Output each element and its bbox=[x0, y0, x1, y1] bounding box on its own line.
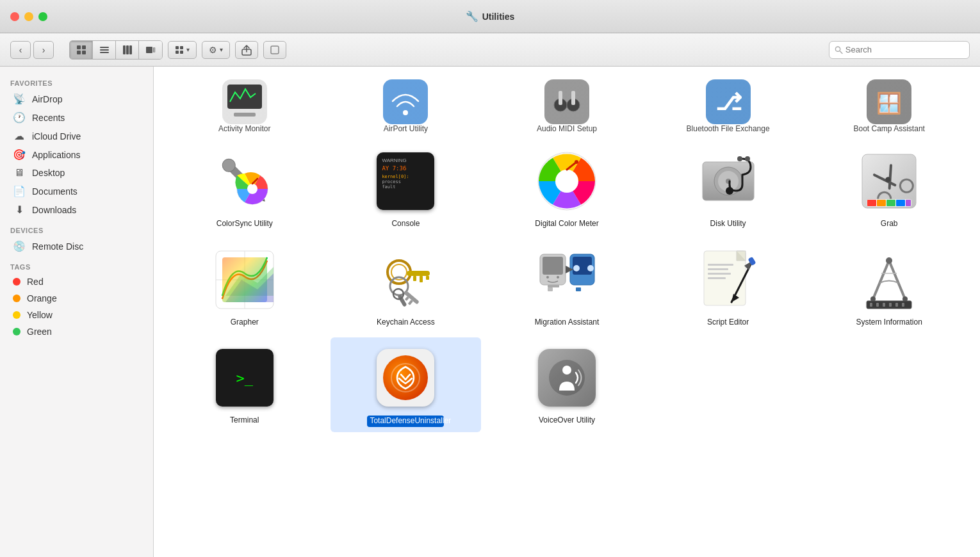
list-item[interactable]: AirPort Utility bbox=[331, 77, 482, 136]
list-item[interactable]: Activity Monitor bbox=[169, 77, 320, 136]
list-item[interactable]: TotalDefenseUninstaller bbox=[331, 337, 482, 432]
back-button[interactable]: ‹ bbox=[10, 41, 31, 59]
list-item[interactable]: Script Editor bbox=[653, 239, 804, 333]
svg-rect-109 bbox=[876, 303, 879, 307]
colorsync-utility-icon bbox=[209, 146, 280, 216]
svg-rect-13 bbox=[176, 46, 179, 49]
list-item[interactable]: Grapher bbox=[169, 239, 320, 333]
migration-assistant-icon bbox=[532, 245, 602, 315]
minimize-button[interactable] bbox=[24, 12, 33, 21]
window-title: 🔧 Utilities bbox=[466, 10, 515, 22]
view-icon-button[interactable] bbox=[70, 41, 93, 59]
arrange-button[interactable]: ▾ bbox=[168, 41, 197, 59]
sidebar-item-tag-orange[interactable]: Orange bbox=[3, 290, 151, 307]
sidebar-item-remote-disc[interactable]: 💿 Remote Disc bbox=[3, 237, 151, 255]
sidebar-item-label: Orange bbox=[27, 293, 57, 303]
main-content: Favorites 📡 AirDrop 🕐 Recents ☁ iCloud D… bbox=[0, 67, 980, 557]
svg-rect-91 bbox=[576, 287, 581, 291]
sidebar-item-icloud[interactable]: ☁ iCloud Drive bbox=[3, 127, 151, 145]
sidebar-item-label: Desktop bbox=[32, 168, 65, 178]
title-bar: 🔧 Utilities bbox=[0, 0, 980, 33]
view-columns-button[interactable] bbox=[116, 41, 139, 59]
grab-icon bbox=[854, 146, 924, 216]
svg-text:⎇: ⎇ bbox=[715, 89, 741, 115]
close-button[interactable] bbox=[10, 12, 19, 21]
file-label: ColorSync Utility bbox=[216, 219, 273, 229]
svg-rect-74 bbox=[426, 276, 429, 280]
share-button[interactable] bbox=[235, 41, 258, 59]
sidebar-item-applications[interactable]: 🎯 Applications bbox=[3, 145, 151, 164]
search-bar bbox=[829, 41, 970, 59]
svg-rect-14 bbox=[180, 46, 183, 49]
action-button[interactable]: ⚙ ▾ bbox=[202, 41, 230, 59]
folder-icon: 🔧 bbox=[466, 10, 478, 22]
svg-rect-112 bbox=[895, 303, 898, 307]
file-label: Boot Camp Assistant bbox=[854, 124, 925, 133]
list-item[interactable]: Disk Utility bbox=[653, 141, 804, 234]
orange-dot-icon bbox=[13, 295, 20, 302]
list-item[interactable]: >_ Terminal bbox=[169, 337, 320, 432]
search-input[interactable] bbox=[845, 45, 964, 54]
sidebar-item-desktop[interactable]: 🖥 Desktop bbox=[3, 164, 151, 182]
list-item[interactable]: Grab bbox=[813, 141, 965, 234]
system-information-icon bbox=[854, 245, 924, 315]
forward-button[interactable]: › bbox=[33, 41, 54, 59]
sidebar-item-airdrop[interactable]: 📡 AirDrop bbox=[3, 90, 151, 108]
file-label: Keychain Access bbox=[377, 318, 435, 328]
list-item[interactable]: 🪟 Boot Camp Assistant bbox=[813, 77, 965, 136]
view-list-button[interactable] bbox=[93, 41, 116, 59]
list-item[interactable]: ⎇ Bluetooth File Exchange bbox=[653, 77, 804, 136]
svg-rect-5 bbox=[100, 49, 109, 51]
svg-text:🪟: 🪟 bbox=[876, 91, 902, 115]
file-label: System Information bbox=[856, 318, 922, 328]
file-label: Terminal bbox=[230, 416, 259, 426]
list-item[interactable]: VoiceOver Utility bbox=[491, 337, 642, 432]
svg-rect-9 bbox=[129, 45, 132, 54]
sidebar-item-documents[interactable]: 📄 Documents bbox=[3, 182, 151, 200]
sidebar-item-recents[interactable]: 🕐 Recents bbox=[3, 108, 151, 127]
svg-point-83 bbox=[546, 276, 549, 278]
file-label: Migration Assistant bbox=[535, 318, 600, 328]
nav-buttons: ‹ › bbox=[10, 41, 54, 59]
file-label: Console bbox=[391, 219, 420, 229]
audio-midi-icon bbox=[544, 79, 589, 124]
sidebar-item-label: Green bbox=[27, 327, 52, 337]
sidebar-item-downloads[interactable]: ⬇ Downloads bbox=[3, 200, 151, 219]
file-label: TotalDefenseUninstaller bbox=[367, 416, 444, 427]
empty-cell bbox=[693, 343, 764, 413]
list-item[interactable]: Keychain Access bbox=[331, 239, 482, 333]
file-grid: ColorSync Utility WARNING AY 7:36 kernel… bbox=[169, 141, 965, 432]
view-cover-button[interactable] bbox=[139, 41, 162, 59]
empty-cell bbox=[854, 343, 924, 413]
list-item[interactable]: System Information bbox=[813, 239, 965, 333]
grapher-icon bbox=[209, 245, 280, 315]
svg-rect-72 bbox=[413, 276, 416, 281]
file-label: Grapher bbox=[231, 318, 259, 328]
list-item[interactable]: ColorSync Utility bbox=[169, 141, 320, 234]
file-label: Audio MIDI Setup bbox=[537, 124, 597, 133]
list-item[interactable]: Digital Color Meter bbox=[491, 141, 642, 234]
tag-button[interactable] bbox=[263, 41, 286, 59]
svg-point-50 bbox=[726, 187, 733, 195]
svg-point-114 bbox=[391, 364, 420, 392]
svg-point-84 bbox=[557, 276, 559, 278]
list-item[interactable]: Migration Assistant bbox=[491, 239, 642, 333]
sidebar-item-tag-red[interactable]: Red bbox=[3, 273, 151, 290]
documents-icon: 📄 bbox=[13, 185, 26, 197]
svg-rect-16 bbox=[180, 51, 183, 54]
list-item[interactable]: WARNING AY 7:36 kernel[0]: process fault… bbox=[331, 141, 482, 234]
sidebar-item-label: iCloud Drive bbox=[32, 131, 81, 141]
svg-rect-29 bbox=[559, 91, 562, 105]
sidebar-item-label: AirDrop bbox=[32, 94, 62, 104]
maximize-button[interactable] bbox=[38, 12, 47, 21]
file-label: Activity Monitor bbox=[218, 124, 270, 133]
sidebar-item-tag-yellow[interactable]: Yellow bbox=[3, 307, 151, 323]
console-icon: WARNING AY 7:36 kernel[0]: process fault bbox=[370, 146, 441, 216]
svg-point-39 bbox=[247, 184, 257, 194]
toolbar: ‹ › ▾ ⚙ ▾ bbox=[0, 33, 980, 67]
yellow-dot-icon bbox=[13, 311, 20, 319]
svg-rect-95 bbox=[708, 264, 733, 266]
sidebar-item-tag-green[interactable]: Green bbox=[3, 323, 151, 340]
digital-color-meter-icon bbox=[532, 146, 602, 216]
list-item[interactable]: Audio MIDI Setup bbox=[491, 77, 642, 136]
